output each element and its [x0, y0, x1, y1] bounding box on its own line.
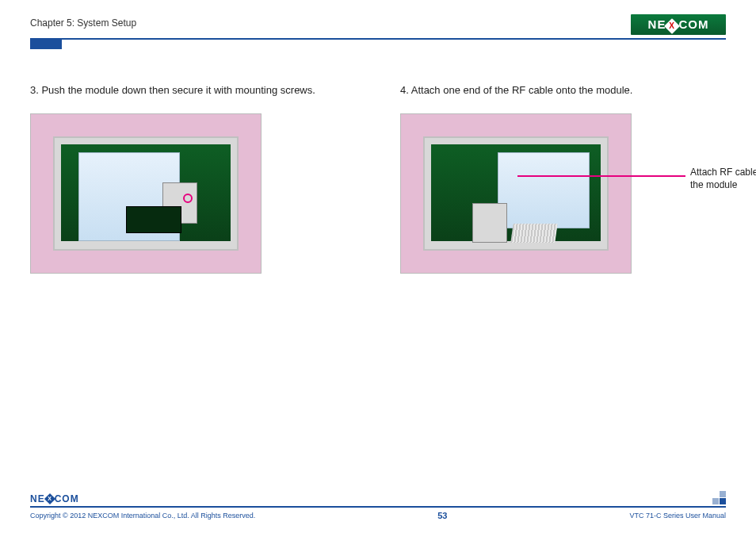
logo-text-a: NE — [648, 17, 666, 31]
chassis-illustration-2 — [423, 136, 609, 251]
photo-step-4 — [400, 113, 632, 274]
footer-rule — [30, 506, 726, 508]
footer-squares-icon — [712, 491, 726, 504]
card-slot-icon — [126, 206, 181, 233]
step-4-text: 4. Attach one end of the RF cable onto t… — [400, 84, 726, 96]
header-tab-block — [30, 38, 62, 49]
footer-logo-x-icon: X — [44, 493, 55, 504]
callout-leader-line — [517, 175, 685, 177]
ribbon-cable-icon — [510, 224, 557, 243]
module-card-icon-2 — [472, 203, 507, 243]
brand-logo-top: NEXCOM — [631, 14, 726, 35]
callout-rf-cable: Attach RF cable to the module — [690, 166, 756, 191]
footer-logo-a: NE — [30, 493, 45, 504]
header-rule — [30, 38, 726, 40]
footer-logo-b: COM — [55, 493, 79, 504]
screw-highlight-icon — [183, 194, 193, 203]
logo-text-b: COM — [678, 17, 708, 31]
chassis-illustration — [53, 136, 239, 251]
footer-copyright: Copyright © 2012 NEXCOM International Co… — [30, 512, 255, 520]
photo-step-3 — [30, 113, 262, 274]
chapter-title: Chapter 5: System Setup — [30, 14, 136, 29]
brand-logo-bottom: NEXCOM — [30, 493, 79, 504]
page-number: 53 — [437, 511, 447, 520]
heatsink-plate-icon-2 — [498, 152, 590, 228]
footer-doc-title: VTC 71-C Series User Manual — [629, 512, 726, 520]
step-3-text: 3. Push the module down then secure it w… — [30, 84, 356, 96]
